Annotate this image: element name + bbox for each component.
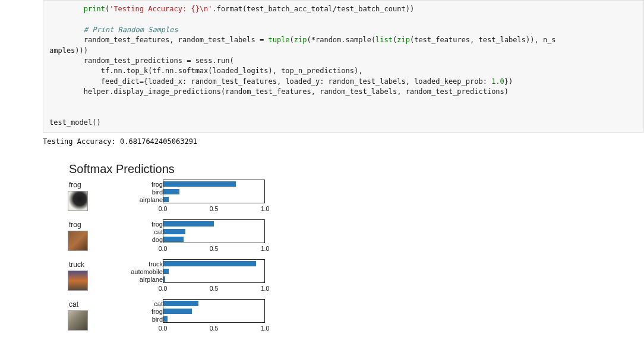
x-tick-label: 1.0 <box>261 325 270 332</box>
true-label-cell: truck <box>65 259 125 291</box>
plot: 0.00.51.0 <box>163 219 265 253</box>
prediction-row: trucktruckautomobileairplane0.00.51.0 <box>65 259 644 299</box>
bar <box>163 301 198 306</box>
true-label: cat <box>65 300 125 309</box>
bar <box>163 221 214 227</box>
prediction-row: frogfrogbirdairplane0.00.51.0 <box>65 180 644 219</box>
x-axis: 0.00.51.0 <box>163 245 265 253</box>
y-tick-label: airplane <box>125 276 163 284</box>
predictions-figure: Softmax Predictions frogfrogbirdairplane… <box>65 162 644 339</box>
y-tick-label: frog <box>125 181 163 188</box>
true-label-cell: cat <box>65 299 125 331</box>
plot-box <box>163 259 265 283</box>
plot-box <box>163 299 265 323</box>
x-axis: 0.00.51.0 <box>163 205 265 213</box>
true-label: frog <box>65 181 125 189</box>
true-label-cell: frog <box>65 219 125 251</box>
sample-thumbnail <box>68 271 88 291</box>
plot-box <box>163 219 265 243</box>
prediction-row: catcatfrogbird0.00.51.0 <box>65 299 644 339</box>
y-tick-label: bird <box>125 316 163 323</box>
x-axis: 0.00.51.0 <box>163 325 265 333</box>
y-tick-labels: frogbirdairplane <box>125 180 163 204</box>
bar-chart: catfrogbird0.00.51.0 <box>125 299 265 333</box>
bar <box>163 237 184 242</box>
true-label-cell: frog <box>65 180 125 211</box>
y-tick-label: frog <box>125 308 163 316</box>
x-tick-label: 0.5 <box>210 205 219 212</box>
y-tick-label: bird <box>125 188 163 196</box>
y-tick-labels: catfrogbird <box>125 299 163 323</box>
y-tick-label: airplane <box>125 196 163 204</box>
y-tick-labels: frogcatdog <box>125 219 163 244</box>
bar-chart: frogcatdog0.00.51.0 <box>125 219 265 253</box>
chart-title: Softmax Predictions <box>69 162 644 176</box>
y-tick-label: cat <box>125 300 163 308</box>
x-tick-label: 1.0 <box>261 245 270 252</box>
true-label: truck <box>65 260 125 269</box>
code-cell: print('Testing Accuracy: {}\n'.format(te… <box>43 0 644 133</box>
bar <box>163 276 165 282</box>
sample-thumbnail <box>68 310 88 331</box>
bar-chart: frogbirdairplane0.00.51.0 <box>125 180 265 213</box>
x-tick-label: 0.0 <box>159 245 168 252</box>
prediction-row: frogfrogcatdog0.00.51.0 <box>65 219 644 259</box>
plot: 0.00.51.0 <box>163 180 265 213</box>
y-tick-label: truck <box>125 260 163 268</box>
x-tick-label: 0.5 <box>210 285 219 292</box>
x-tick-label: 1.0 <box>261 285 270 292</box>
plot-box <box>163 180 265 203</box>
plot: 0.00.51.0 <box>163 259 265 293</box>
bar <box>163 316 168 322</box>
bar <box>163 261 256 266</box>
y-tick-label: cat <box>125 228 163 236</box>
bar <box>163 229 185 234</box>
output-accuracy: Testing Accuracy: 0.6817642405063291 <box>43 137 644 146</box>
x-tick-label: 0.0 <box>159 205 168 212</box>
bar <box>163 189 179 194</box>
bar <box>163 197 169 202</box>
bar-chart: truckautomobileairplane0.00.51.0 <box>125 259 265 293</box>
sample-thumbnail <box>68 231 88 251</box>
x-tick-label: 1.0 <box>261 205 270 212</box>
y-tick-label: frog <box>125 221 163 228</box>
x-tick-label: 0.0 <box>159 285 168 292</box>
y-tick-label: automobile <box>125 268 163 276</box>
bar <box>163 309 192 314</box>
sample-thumbnail <box>68 191 88 211</box>
x-tick-label: 0.0 <box>159 325 168 332</box>
x-tick-label: 0.5 <box>210 325 219 332</box>
y-tick-label: dog <box>125 236 163 244</box>
true-label: frog <box>65 221 125 229</box>
x-tick-label: 0.5 <box>210 245 219 252</box>
plot: 0.00.51.0 <box>163 299 265 333</box>
bar <box>163 181 236 187</box>
x-axis: 0.00.51.0 <box>163 285 265 293</box>
notebook: print('Testing Accuracy: {}\n'.format(te… <box>0 0 644 339</box>
y-tick-labels: truckautomobileairplane <box>125 259 163 284</box>
bar <box>163 269 169 274</box>
